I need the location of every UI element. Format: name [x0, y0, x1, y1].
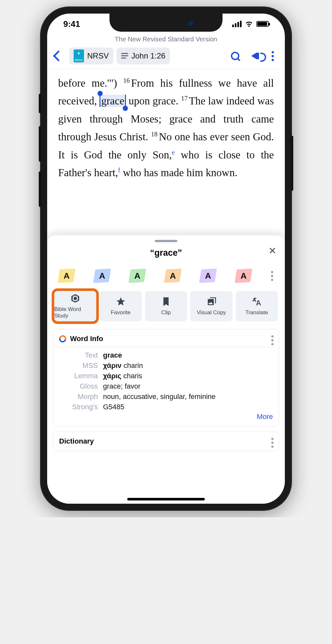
word-info-icon [58, 334, 67, 344]
footnote-e[interactable]: e [172, 149, 175, 156]
translate-icon [252, 296, 262, 307]
highlight-purple[interactable]: A [199, 269, 217, 283]
sheet-title: “grace” [53, 248, 279, 258]
clip-button[interactable]: Clip [145, 291, 187, 321]
close-icon: ✕ [268, 245, 276, 256]
speaker-icon [251, 53, 256, 59]
version-title: The New Revised Standard Version [47, 34, 285, 46]
search-icon [231, 52, 239, 60]
reference-label: John 1:26 [131, 51, 165, 60]
image-stack-icon [206, 296, 216, 307]
toolbar: NRSV NRSV John 1:26 [47, 46, 285, 69]
highlight-red[interactable]: A [234, 269, 252, 283]
verse-number-17: 17 [181, 95, 188, 102]
signal-icon [232, 21, 242, 27]
selected-word[interactable]: grace [99, 95, 126, 107]
toc-icon [121, 53, 128, 59]
back-button[interactable] [53, 52, 66, 60]
translate-button[interactable]: Translate [236, 291, 278, 321]
status-time: 9:41 [63, 19, 80, 29]
drag-handle[interactable] [155, 240, 177, 242]
word-info-menu[interactable] [271, 335, 274, 345]
device-notch [109, 14, 223, 32]
highlight-orange[interactable]: A [164, 269, 182, 283]
word-action-sheet: ✕ “grace” A A A A A A Bible Word Study [47, 235, 285, 504]
word-info-more-link[interactable]: More [59, 411, 273, 421]
wifi-icon [245, 21, 253, 27]
star-icon [116, 296, 126, 307]
dictionary-heading: Dictionary [59, 437, 94, 445]
word-info-grid: Text grace MSS χάριν charin Lemma χάρις … [59, 351, 273, 411]
home-indicator[interactable] [127, 498, 205, 500]
phone-frame: 9:41 The New Revised Standard Version NR… [40, 6, 292, 511]
bible-word-study-button[interactable]: Bible Word Study [54, 291, 96, 321]
action-row: Bible Word Study Favorite Clip Visual Co… [53, 291, 279, 329]
bookmark-icon [161, 296, 171, 307]
visual-copy-button[interactable]: Visual Copy [190, 291, 232, 321]
version-abbr: NRSV [87, 51, 109, 60]
highlight-color-row: A A A A A A [53, 269, 279, 291]
highlight-blue[interactable]: A [93, 269, 111, 283]
chevron-left-icon [53, 50, 64, 61]
verse-number-18: 18 [151, 131, 158, 138]
battery-icon [256, 21, 269, 27]
dictionary-card: Dictionary [53, 432, 279, 451]
word-info-card: Word Info Text grace MSS χάριν charin Le… [53, 329, 279, 426]
highlight-more-button[interactable] [271, 271, 273, 281]
version-cover-icon: NRSV [74, 49, 84, 62]
word-info-heading: Word Info [70, 335, 103, 343]
version-selector[interactable]: NRSV NRSV [69, 48, 113, 64]
more-menu-button[interactable] [266, 51, 279, 61]
screen: 9:41 The New Revised Standard Version NR… [47, 14, 285, 504]
highlight-green[interactable]: A [128, 269, 146, 283]
search-button[interactable] [229, 52, 242, 60]
verse-number-16: 16 [123, 77, 130, 84]
reference-selector[interactable]: John 1:26 [117, 48, 170, 64]
scripture-text[interactable]: before me.'") 16From his fullness we hav… [47, 69, 285, 187]
word-study-icon [70, 293, 80, 304]
favorite-button[interactable]: Favorite [99, 291, 141, 321]
kebab-icon [272, 51, 274, 61]
audio-button[interactable] [245, 53, 263, 59]
dictionary-menu[interactable] [271, 438, 274, 448]
highlight-yellow[interactable]: A [57, 269, 75, 283]
close-button[interactable]: ✕ [268, 245, 276, 256]
